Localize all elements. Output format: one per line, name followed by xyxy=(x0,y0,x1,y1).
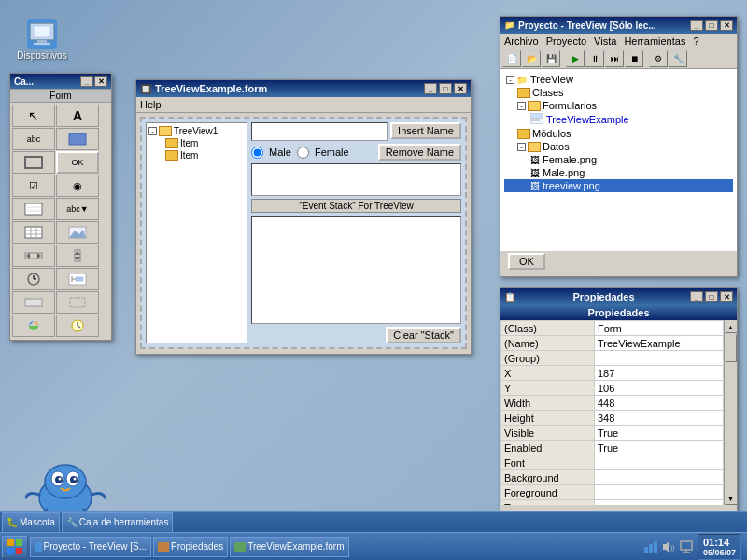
tree-item1-node[interactable]: Item xyxy=(148,137,245,149)
props-value[interactable]: 187 xyxy=(595,366,724,381)
project-clases[interactable]: Clases xyxy=(504,86,733,99)
props-value[interactable] xyxy=(595,500,724,506)
toolbar-build[interactable]: ▶ xyxy=(566,50,585,67)
proj-expand-formularios[interactable]: - xyxy=(517,102,526,110)
project-male-png[interactable]: 🖼 Male.png xyxy=(504,166,733,179)
menu-help[interactable]: ? xyxy=(693,35,698,47)
toolbox-minimize-btn[interactable]: _ xyxy=(80,76,93,87)
toolbox-frame[interactable] xyxy=(12,151,55,174)
toolbox-clock[interactable] xyxy=(56,315,99,337)
toolbox-item-misc2[interactable] xyxy=(56,291,99,314)
project-close-btn[interactable]: ✕ xyxy=(720,20,733,31)
menu-proyecto[interactable]: Proyecto xyxy=(546,35,586,47)
props-row[interactable]: (Name)TreeViewExample xyxy=(501,336,724,351)
props-row[interactable]: VisibleTrue xyxy=(501,426,724,441)
radio-male[interactable] xyxy=(251,147,263,159)
name-input-field[interactable] xyxy=(251,122,388,141)
project-datos[interactable]: - Datos xyxy=(504,140,733,153)
project-root[interactable]: - 📁 TreeView xyxy=(504,73,733,86)
project-minimize-btn[interactable]: _ xyxy=(690,20,703,31)
props-row[interactable]: Font xyxy=(501,455,724,470)
props-value[interactable]: Form xyxy=(595,321,724,336)
desktop-icon-dispositivos[interactable]: Dispositivos xyxy=(14,19,70,61)
toolbox-radio[interactable]: ◉ xyxy=(56,175,99,197)
toolbox-listbox[interactable] xyxy=(12,198,55,220)
props-maximize-btn[interactable]: □ xyxy=(705,291,718,302)
taskbar-proyecto[interactable]: Proyecto - TreeView [S... xyxy=(30,537,151,557)
start-button[interactable] xyxy=(2,536,28,558)
toolbar-open[interactable]: 📂 xyxy=(522,50,541,67)
form-titlebar[interactable]: 🔲 TreeViewExample.form _ □ ✕ xyxy=(136,80,471,97)
toolbox-grid[interactable] xyxy=(12,221,55,244)
insert-name-button[interactable]: Insert Name xyxy=(390,122,461,139)
toolbox-titlebar[interactable]: Ca... _ ✕ xyxy=(10,74,111,89)
proj-expand-root[interactable]: - xyxy=(506,76,514,84)
taskbar-mascota[interactable]: 🐛 Mascota xyxy=(2,512,60,533)
project-female-png[interactable]: 🖼 Female.png xyxy=(504,153,733,166)
toolbar-step[interactable]: ⏭ xyxy=(605,50,624,67)
toolbox-combo[interactable]: abc▼ xyxy=(56,198,99,220)
props-close-btn[interactable]: ✕ xyxy=(720,291,733,302)
project-menubar[interactable]: Archivo Proyecto Vista Herramientas ? xyxy=(500,34,737,49)
toolbar-btn-extra2[interactable]: 🔧 xyxy=(669,50,687,67)
props-row[interactable]: Y106 xyxy=(501,381,724,396)
taskbar-caja-herramientas[interactable]: 🔧 Caja de herramientas xyxy=(62,512,174,533)
props-table-wrapper[interactable]: (Class)Form(Name)TreeViewExample(Group)X… xyxy=(500,320,724,505)
toolbox-color[interactable] xyxy=(12,315,55,337)
project-modulos[interactable]: Módulos xyxy=(504,127,733,140)
props-row[interactable]: (Class)Form xyxy=(501,321,724,336)
props-value[interactable]: TreeViewExample xyxy=(595,336,724,351)
props-scrollbar[interactable]: ▲ ▼ xyxy=(724,320,737,505)
props-row[interactable]: Width448 xyxy=(501,396,724,411)
toolbox-textbox[interactable]: abc xyxy=(12,128,55,150)
tree-item2-node[interactable]: Item xyxy=(148,149,245,161)
props-value[interactable] xyxy=(595,470,724,485)
props-row[interactable]: X187 xyxy=(501,366,724,381)
clear-stack-button[interactable]: Clear "Stack" xyxy=(386,327,461,343)
toolbar-new[interactable]: 📄 xyxy=(502,50,521,67)
project-treeview-png[interactable]: 🖼 treeview.png xyxy=(504,179,733,192)
scroll-up-btn[interactable]: ▲ xyxy=(725,320,738,333)
tree-collapse-btn[interactable]: - xyxy=(148,127,157,135)
props-row[interactable]: (Group) xyxy=(501,351,724,366)
props-value[interactable]: True xyxy=(595,426,724,441)
props-titlebar[interactable]: 📋 Propiedades _ □ ✕ xyxy=(500,288,737,305)
toolbar-stop[interactable]: ⏹ xyxy=(625,50,643,67)
menu-archivo[interactable]: Archivo xyxy=(504,35,539,47)
radio-female[interactable] xyxy=(297,147,309,159)
project-treeview-example[interactable]: TreeViewExample xyxy=(504,112,733,127)
project-maximize-btn[interactable]: □ xyxy=(705,20,718,31)
form-menubar[interactable]: Help xyxy=(136,97,471,113)
props-value[interactable]: 448 xyxy=(595,396,724,411)
props-value[interactable] xyxy=(595,485,724,500)
props-row[interactable]: Background xyxy=(501,470,724,485)
tree-root-node[interactable]: - TreeView1 xyxy=(148,125,245,137)
props-minimize-btn[interactable]: _ xyxy=(690,291,703,302)
project-titlebar[interactable]: 📁 Proyecto - TreeView [Sólo lec... _ □ ✕ xyxy=(500,17,737,34)
project-formularios[interactable]: - Formularios xyxy=(504,99,733,112)
taskbar-propiedades[interactable]: Propiedades xyxy=(153,537,228,557)
props-row[interactable]: Tag xyxy=(501,500,724,506)
scroll-thumb[interactable] xyxy=(726,334,737,362)
toolbox-treeview[interactable] xyxy=(56,268,99,290)
toolbar-btn-extra[interactable]: ⚙ xyxy=(649,50,668,67)
toolbox-vscroll[interactable] xyxy=(56,245,99,267)
proj-expand-datos[interactable]: - xyxy=(517,143,526,151)
form-menu-help[interactable]: Help xyxy=(140,99,162,110)
project-ok-btn[interactable]: OK xyxy=(508,253,545,270)
form-minimize-btn[interactable]: _ xyxy=(424,83,437,94)
scroll-down-btn[interactable]: ▼ xyxy=(725,492,738,505)
remove-name-button[interactable]: Remove Name xyxy=(378,144,461,161)
props-row[interactable]: Height348 xyxy=(501,411,724,426)
form-maximize-btn[interactable]: □ xyxy=(439,83,452,94)
menu-vista[interactable]: Vista xyxy=(594,35,616,47)
props-value[interactable]: 106 xyxy=(595,381,724,396)
toolbox-label-A[interactable]: A xyxy=(56,105,99,127)
toolbox-item-misc1[interactable] xyxy=(12,291,55,314)
props-value[interactable]: 348 xyxy=(595,411,724,426)
toolbar-pause[interactable]: ⏸ xyxy=(585,50,604,67)
toolbox-item2[interactable] xyxy=(56,128,99,150)
props-row[interactable]: EnabledTrue xyxy=(501,441,724,455)
form-close-btn[interactable]: ✕ xyxy=(454,83,467,94)
toolbox-pointer[interactable]: ↖ xyxy=(12,105,55,127)
